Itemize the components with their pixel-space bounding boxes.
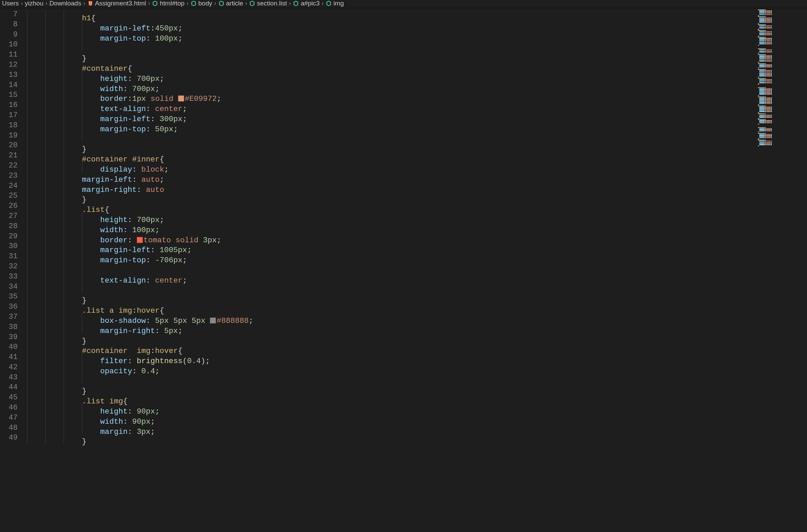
code-line[interactable]: 38 margin-right: 5px; <box>0 323 754 333</box>
token-punct: ; <box>187 246 192 254</box>
code-line[interactable]: 7 h1{ <box>0 10 754 20</box>
token-num: 0.4 <box>142 367 155 376</box>
code-line[interactable]: 13 height: 700px; <box>0 71 754 81</box>
token-kw: center <box>155 276 183 285</box>
code-line[interactable]: 40 #container img:hover{ <box>0 343 754 353</box>
code-content[interactable]: } <box>27 434 87 446</box>
token-punct: : <box>146 276 155 285</box>
line-number: 27 <box>0 212 27 220</box>
token-prop: margin-top <box>100 125 146 134</box>
code-line[interactable]: 29 border: tomato solid 3px; <box>0 232 754 242</box>
code-line[interactable]: 18 margin-top: 50px; <box>0 121 754 131</box>
code-line[interactable]: 23 margin-left: auto; <box>0 172 754 182</box>
line-number: 34 <box>0 283 27 291</box>
breadcrumb-bar[interactable]: Users › yizhou › Downloads › Assignment3… <box>0 0 807 8</box>
symbol-icon <box>326 0 332 6</box>
code-line[interactable]: 27 height: 700px; <box>0 212 754 222</box>
token-punct: ; <box>217 94 221 103</box>
token-num: 50px <box>155 125 173 134</box>
code-line[interactable]: 14 width: 700px; <box>0 81 754 91</box>
code-line[interactable]: 45 .list img{ <box>0 393 754 403</box>
symbol-icon <box>293 0 299 6</box>
symbol-icon <box>218 0 224 6</box>
code-line[interactable]: 36 .list a img:hover{ <box>0 303 754 313</box>
line-number: 32 <box>0 262 27 271</box>
code-line[interactable]: 21 #container #inner{ <box>0 151 754 162</box>
code-line[interactable]: 20 } <box>0 141 754 151</box>
line-number: 13 <box>0 71 27 79</box>
line-number: 43 <box>0 373 27 382</box>
token-kw: #E09972 <box>185 94 217 103</box>
code-line[interactable]: 16 text-align: center; <box>0 101 754 111</box>
token-prop: opacity <box>100 367 132 376</box>
line-number: 49 <box>0 434 27 442</box>
html-file-icon <box>87 0 93 6</box>
breadcrumb-symbol[interactable]: html#top <box>152 0 185 7</box>
chevron-right-icon: › <box>245 0 247 7</box>
line-number: 30 <box>0 242 27 250</box>
line-number: 44 <box>0 383 27 392</box>
token-prop: margin-top <box>100 34 146 43</box>
code-line[interactable]: 35 } <box>0 292 754 303</box>
breadcrumb-symbol[interactable]: section.list <box>249 0 287 7</box>
editor-area: 7 h1{8 margin-left:450px;9 margin-top: 1… <box>0 8 807 532</box>
line-number: 20 <box>0 141 27 150</box>
line-number: 35 <box>0 292 27 301</box>
breadcrumb-symbol[interactable]: a#pic3 <box>293 0 320 7</box>
code-line[interactable]: 30 margin-left: 1005px; <box>0 242 754 252</box>
token-punct: ( <box>183 357 187 365</box>
line-number: 14 <box>0 81 27 89</box>
breadcrumb-symbol[interactable]: article <box>218 0 243 7</box>
token-punct: ; <box>178 34 183 43</box>
code-line[interactable]: 47 width: 90px; <box>0 414 754 424</box>
breadcrumb-folder[interactable]: yizhou <box>25 0 43 7</box>
line-number: 10 <box>0 40 27 49</box>
code-line[interactable]: 24 margin-right: auto <box>0 182 754 192</box>
token-punct: ; <box>155 407 160 416</box>
token-punct <box>205 317 210 325</box>
line-number: 17 <box>0 111 27 119</box>
breadcrumb-folder[interactable]: Users <box>2 0 19 7</box>
line-number: 48 <box>0 424 27 432</box>
code-line[interactable]: 11 } <box>0 51 754 61</box>
code-line[interactable]: 9 margin-top: 100px; <box>0 31 754 41</box>
line-number: 45 <box>0 393 27 402</box>
token-kw: #888888 <box>217 317 249 325</box>
line-number: 25 <box>0 192 27 200</box>
minimap[interactable] <box>754 8 807 532</box>
token-prop: margin <box>100 428 128 436</box>
code-editor[interactable]: 7 h1{8 margin-left:450px;9 margin-top: 1… <box>0 8 754 532</box>
code-line[interactable]: 37 box-shadow: 5px 5px 5px #888888; <box>0 313 754 323</box>
chevron-right-icon: › <box>322 0 324 7</box>
token-num: -706px <box>155 256 183 265</box>
breadcrumb-file[interactable]: Assignment3.html <box>87 0 146 7</box>
line-number: 19 <box>0 131 27 140</box>
code-line[interactable]: 15 border:1px solid #E09972; <box>0 91 754 101</box>
code-line[interactable]: 46 height: 90px; <box>0 403 754 414</box>
token-punct: ; <box>249 317 254 325</box>
token-prop: margin-top <box>100 256 146 265</box>
code-line[interactable]: 26 .list{ <box>0 202 754 212</box>
line-number: 42 <box>0 363 27 372</box>
code-line[interactable]: 33 text-align: center; <box>0 272 754 283</box>
line-number: 15 <box>0 91 27 99</box>
code-line[interactable]: 42 opacity: 0.4; <box>0 363 754 373</box>
breadcrumb-symbol[interactable]: body <box>191 0 212 7</box>
chevron-right-icon: › <box>187 0 189 7</box>
code-line[interactable]: 41 filter: brightness(0.4); <box>0 353 754 363</box>
code-line[interactable]: 8 margin-left:450px; <box>0 20 754 31</box>
code-line[interactable]: 48 margin: 3px; <box>0 424 754 434</box>
breadcrumb-folder[interactable]: Downloads <box>50 0 81 7</box>
token-punct: : <box>146 256 155 265</box>
line-number: 39 <box>0 333 27 341</box>
code-line[interactable]: 44 } <box>0 383 754 393</box>
code-line[interactable]: 31 margin-top: -706px; <box>0 252 754 262</box>
code-line[interactable]: 22 display: block; <box>0 162 754 172</box>
breadcrumb-symbol[interactable]: img <box>326 0 344 7</box>
token-prop: margin-right <box>100 327 155 335</box>
code-line[interactable]: 28 width: 100px; <box>0 222 754 232</box>
color-swatch[interactable] <box>210 318 216 324</box>
code-line[interactable]: 17 margin-left: 300px; <box>0 111 754 121</box>
code-line[interactable]: 12 #container{ <box>0 61 754 71</box>
chevron-right-icon: › <box>21 0 23 7</box>
